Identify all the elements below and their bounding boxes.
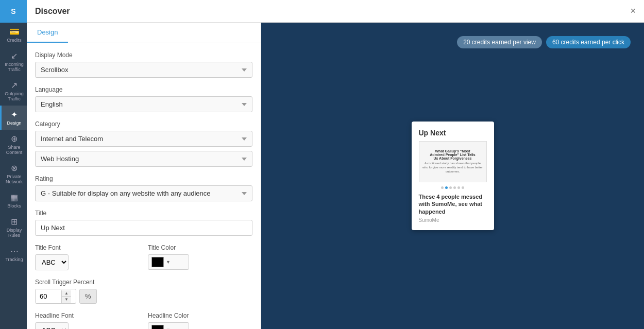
sidebar-label-outgoing: Outgoing Traffic [4,91,25,101]
dot-2 [445,186,448,189]
rating-select[interactable]: G - Suitable for display on any website … [35,185,252,201]
title-font-group: Title Font ABC [35,244,140,270]
preview-headline: These 4 people messed with SumoMe, see w… [419,193,487,215]
logo-icon: S [11,7,15,15]
credits-badges: 20 credits earned per view 60 credits ea… [457,28,639,48]
title-color-arrow: ▼ [166,259,171,265]
display-mode-select[interactable]: Scrollbox [35,62,252,78]
content-area: Design Display Mode Scrollbox Language E… [27,23,644,329]
category-label: Category [35,120,252,128]
language-group: Language English [35,86,252,112]
credits-per-click-badge: 60 credits earned per click [546,36,631,48]
headline-color-label: Headline Color [148,312,252,319]
title-font-wrapper: ABC [35,254,140,270]
headline-color-picker[interactable]: ▼ [148,322,189,329]
preview-card-image: What Gallup's "MostAdmired People" List … [419,141,487,182]
title-input[interactable] [35,220,252,236]
sidebar-label-design: Design [7,120,21,126]
rating-group: Rating G - Suitable for display on any w… [35,175,252,201]
preview-card-title: Up Next [419,129,487,137]
scroll-trigger-input-wrap: ▲ ▼ [35,289,76,304]
rating-label: Rating [35,175,252,182]
sidebar-item-blocks[interactable]: ▦ Blocks [0,188,27,213]
sidebar-label-display-rules: Display Rules [4,228,25,238]
title-color-group: Title Color ▼ [148,244,252,270]
dot-3 [449,186,452,189]
sidebar: S 💳 Credits ↙ Incoming Traffic ↗ Outgoin… [0,0,27,329]
title-font-label: Title Font [35,244,140,251]
title-color-picker[interactable]: ▼ [148,254,189,270]
title-color-label: Title Color [148,244,252,251]
close-button[interactable]: × [630,6,636,16]
headline-font-label: Headline Font [35,312,140,319]
sidebar-label-private: Private Network [4,174,25,184]
sidebar-item-private-network[interactable]: ⊗ Private Network [0,159,27,188]
panel-content: Display Mode Scrollbox Language English … [27,43,261,329]
preview-image-title: What Gallup's "MostAdmired People" List … [430,149,475,160]
headline-font-wrapper: ABC [35,322,140,329]
language-select[interactable]: English [35,96,252,112]
preview-dots [419,186,487,189]
scroll-trigger-row: ▲ ▼ % [35,289,252,304]
incoming-traffic-icon: ↙ [11,51,18,61]
left-panel: Design Display Mode Scrollbox Language E… [27,23,261,329]
scroll-trigger-input[interactable] [36,289,61,303]
sidebar-label-incoming: Incoming Traffic [4,62,25,72]
language-label: Language [35,86,252,93]
tab-design[interactable]: Design [27,23,68,43]
sidebar-item-outgoing-traffic[interactable]: ↗ Outgoing Traffic [0,76,27,106]
dot-1 [441,186,444,189]
headline-font-color-row: Headline Font ABC Headline Color ▼ [35,312,252,329]
dot-4 [453,186,456,189]
title-font-color-row: Title Font ABC Title Color ▼ [35,244,252,279]
sidebar-item-credits[interactable]: 💳 Credits [0,23,27,47]
title-color-swatch [151,257,164,267]
preview-card: Up Next What Gallup's "MostAdmired Peopl… [412,122,494,230]
dot-5 [457,186,460,189]
spinner-down[interactable]: ▼ [62,297,71,303]
display-mode-group: Display Mode Scrollbox [35,51,252,78]
credits-icon: 💳 [9,27,20,37]
scroll-trigger-label: Scroll Trigger Percent [35,279,252,286]
preview-image-text: A continued study has shown that people … [422,162,483,174]
headline-color-swatch [151,325,164,329]
headline-color-group: Headline Color ▼ [148,312,252,329]
outgoing-traffic-icon: ↗ [11,80,18,90]
sidebar-item-incoming-traffic[interactable]: ↙ Incoming Traffic [0,47,27,76]
subcategory-select[interactable]: Web Hosting [35,151,252,167]
headline-font-select[interactable]: ABC [35,322,69,329]
title-font-select[interactable]: ABC [35,254,69,270]
topbar: Discover × [27,0,644,23]
tab-design-label: Design [37,28,58,36]
tracking-icon: ⋯ [10,246,19,256]
preview-area: Up Next What Gallup's "MostAdmired Peopl… [261,23,644,329]
panel-tabs: Design [27,23,261,43]
sidebar-item-design[interactable]: ✦ Design [0,106,27,130]
app-logo: S [0,0,27,23]
headline-font-group: Headline Font ABC [35,312,140,329]
main-area: Discover × Design Display Mode Scrollbox [27,0,644,329]
preview-source: SumoMe [419,217,487,223]
sidebar-item-share-content[interactable]: ⊕ Share Content [0,130,27,159]
credits-per-view-badge: 20 credits earned per view [457,36,542,48]
dot-6 [462,186,464,189]
spinner-up[interactable]: ▲ [62,290,71,297]
blocks-icon: ▦ [10,193,18,202]
category-select[interactable]: Internet and Telecom [35,131,252,147]
title-group: Title [35,210,252,236]
title-label: Title [35,210,252,217]
sidebar-item-display-rules[interactable]: ⊞ Display Rules [0,213,27,242]
display-rules-icon: ⊞ [11,217,18,227]
sidebar-label-blocks: Blocks [7,203,21,209]
scroll-trigger-group: Scroll Trigger Percent ▲ ▼ % [35,279,252,304]
sidebar-label-credits: Credits [7,38,22,43]
spinner-buttons: ▲ ▼ [61,290,71,303]
sidebar-item-tracking[interactable]: ⋯ Tracking [0,242,27,266]
design-icon: ✦ [11,110,18,119]
app-title: Discover [35,7,70,16]
right-panel: 20 credits earned per view 60 credits ea… [261,23,644,329]
category-group: Category Internet and Telecom Web Hostin… [35,120,252,167]
sidebar-label-tracking: Tracking [5,257,23,262]
sidebar-label-share: Share Content [4,145,25,155]
display-mode-label: Display Mode [35,51,252,59]
